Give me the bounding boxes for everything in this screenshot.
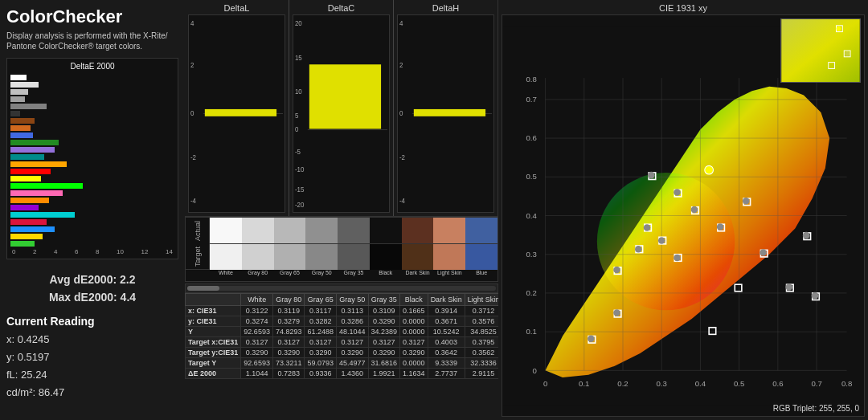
app-title: ColorChecker [6,6,178,27]
svg-point-82 [635,246,642,253]
bar-row [10,81,174,88]
svg-rect-6 [205,109,276,116]
table-cell: 0.3290 [400,348,428,358]
bar-row [10,88,174,95]
svg-text:-5: -5 [295,147,301,156]
bar [10,183,83,189]
deltaH-area: 4 2 0 -2 -4 [397,14,494,213]
bar-row [10,161,174,167]
svg-text:0.6: 0.6 [526,133,536,142]
table-cell: 74.8293 [272,327,305,337]
svg-text:0.8: 0.8 [841,379,852,388]
svg-text:10: 10 [295,88,302,96]
bar [10,161,67,167]
table-cell: 0.3671 [428,316,465,327]
reading-x: x: 0.4245 [6,331,178,349]
svg-text:4: 4 [399,19,403,28]
table-header: White [241,294,273,306]
bar [10,241,35,247]
actual-swatch-1 [242,218,274,243]
actual-label: Actual [186,218,209,243]
actual-swatch-8 [465,218,497,243]
bar [10,75,27,80]
thumbnail-box [780,18,861,83]
svg-text:0: 0 [190,108,194,117]
table-cell: 48.1044 [337,327,369,337]
data-table-wrapper: WhiteGray 80Gray 65Gray 50Gray 35BlackDa… [185,293,498,420]
table-cell: 0.3127 [305,337,337,348]
table-header: Gray 65 [305,294,337,306]
reading-cd: cd/m²: 86.47 [6,384,178,402]
bar-row [10,153,174,160]
table-row: y: CIE310.32740.32790.32820.32860.32900.… [186,316,499,327]
actual-swatches-row [210,218,497,243]
svg-text:5: 5 [295,112,299,120]
bar-row [10,226,174,232]
bar-row [10,96,174,102]
deltaL-area: 4 2 0 -2 -4 [188,14,285,213]
row-label: Target Y [186,358,241,369]
bar [10,104,47,109]
table-cell: 10.5242 [428,327,465,337]
svg-text:0.1: 0.1 [526,327,536,336]
bar-row [10,74,174,80]
table-row: Target y:CIE310.32900.32900.32900.32900.… [186,348,499,358]
svg-point-90 [674,189,681,196]
svg-point-87 [743,198,750,205]
left-panel: ColorChecker Display analysis is perform… [0,0,185,420]
bar [10,212,75,218]
svg-text:-2: -2 [190,153,196,162]
svg-point-101 [837,27,841,31]
bar-row [10,168,174,174]
svg-point-81 [644,224,651,231]
scrollbar-thumb[interactable] [187,286,219,291]
table-header: Gray 80 [272,294,305,306]
bar-row [10,110,174,116]
bar [10,133,33,138]
svg-rect-24 [414,109,485,116]
bar [10,140,59,145]
target-swatch-5 [370,244,402,270]
bar [10,190,63,196]
table-cell: 31.6816 [368,358,400,369]
bar-row [10,146,174,153]
bar-row [10,211,174,218]
reading-fL: fL: 25.24 [6,366,178,384]
target-swatch-0 [210,244,242,270]
table-cell: 0.3290 [368,316,400,327]
table-header: Gray 50 [337,294,369,306]
table-cell: 0.3290 [305,348,337,358]
table-cell: 0.7283 [272,369,305,379]
table-cell: 0.3562 [465,348,498,358]
swatch-name-4: Gray 35 [338,270,370,281]
bar-row [10,182,174,189]
actual-swatch-7 [433,218,465,243]
table-cell: 0.3795 [465,337,498,348]
table-row: Y92.659374.829361.248848.104434.23890.00… [186,327,499,337]
scrollbar-area[interactable] [185,283,498,293]
current-reading: Current Reading x: 0.4245 y: 0.5197 fL: … [6,315,178,402]
svg-text:0.6: 0.6 [772,379,783,388]
svg-text:0.2: 0.2 [617,379,628,388]
chart-axis: 02468101214 [10,248,174,255]
row-label: x: CIE31 [186,306,241,316]
svg-point-84 [691,206,698,214]
table-cell: 1.9921 [368,369,400,379]
table-cell: 73.3211 [272,358,305,369]
row-label: ΔE 2000 [186,369,241,379]
table-row: ΔE 20001.10440.72830.93361.43601.99211.1… [186,369,499,379]
deltae-section: DeltaE 2000 02468101214 [6,58,178,259]
table-cell: 0.3119 [272,306,305,316]
table-cell: 0.3712 [465,306,498,316]
bar [10,226,55,232]
target-swatch-7 [433,244,465,270]
svg-text:0.2: 0.2 [526,288,536,297]
bar-chart [10,74,174,247]
svg-text:4: 4 [190,19,194,28]
svg-point-83 [674,255,681,262]
svg-point-80 [658,237,665,244]
bar [10,219,47,225]
bar [10,234,43,239]
svg-point-89 [786,283,793,291]
current-reading-title: Current Reading [6,315,178,328]
